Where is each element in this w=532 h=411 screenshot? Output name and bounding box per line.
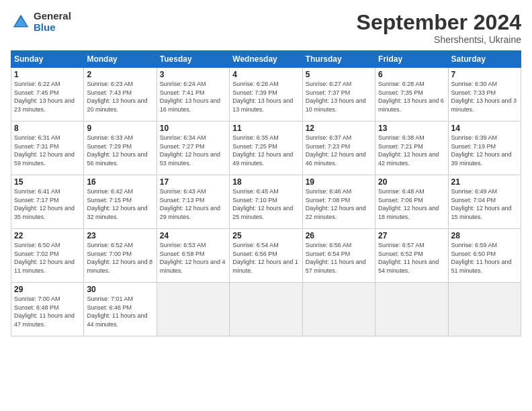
table-row: 29 Sunrise: 7:00 AMSunset: 6:48 PMDaylig… (11, 283, 84, 336)
table-row: 10 Sunrise: 6:34 AMSunset: 7:27 PMDaylig… (157, 122, 229, 175)
table-row: 21 Sunrise: 6:49 AMSunset: 7:04 PMDaylig… (448, 175, 521, 229)
table-row: 14 Sunrise: 6:39 AMSunset: 7:19 PMDaylig… (448, 122, 521, 175)
table-row (448, 283, 521, 336)
page: General Blue September 2024 Shershentsi,… (0, 0, 532, 411)
table-row: 26 Sunrise: 6:56 AMSunset: 6:54 PMDaylig… (302, 229, 375, 283)
calendar-week-row: 15 Sunrise: 6:41 AMSunset: 7:17 PMDaylig… (11, 175, 521, 229)
table-row: 8 Sunrise: 6:31 AMSunset: 7:31 PMDayligh… (11, 122, 84, 175)
header-friday: Friday (375, 51, 448, 68)
table-row: 23 Sunrise: 6:52 AMSunset: 7:00 PMDaylig… (84, 229, 157, 283)
table-row: 27 Sunrise: 6:57 AMSunset: 6:52 PMDaylig… (375, 229, 448, 283)
header-thursday: Thursday (302, 51, 375, 68)
table-row: 25 Sunrise: 6:54 AMSunset: 6:56 PMDaylig… (230, 229, 302, 283)
table-row: 9 Sunrise: 6:33 AMSunset: 7:29 PMDayligh… (84, 122, 157, 175)
logo-general-text: General (34, 11, 71, 22)
table-row: 6 Sunrise: 6:28 AMSunset: 7:35 PMDayligh… (375, 68, 448, 122)
table-row: 3 Sunrise: 6:24 AMSunset: 7:41 PMDayligh… (157, 68, 229, 122)
table-row: 2 Sunrise: 6:23 AMSunset: 7:43 PMDayligh… (84, 68, 157, 122)
table-row: 24 Sunrise: 6:53 AMSunset: 6:58 PMDaylig… (157, 229, 229, 283)
table-row: 19 Sunrise: 6:46 AMSunset: 7:08 PMDaylig… (302, 175, 375, 229)
logo-text: General Blue (34, 11, 71, 33)
logo: General Blue (11, 11, 71, 33)
table-row: 4 Sunrise: 6:26 AMSunset: 7:39 PMDayligh… (230, 68, 302, 122)
calendar-week-row: 1 Sunrise: 6:22 AMSunset: 7:45 PMDayligh… (11, 68, 521, 122)
header-wednesday: Wednesday (230, 51, 302, 68)
header-monday: Monday (84, 51, 157, 68)
header-saturday: Saturday (448, 51, 521, 68)
calendar-week-row: 8 Sunrise: 6:31 AMSunset: 7:31 PMDayligh… (11, 122, 521, 175)
table-row: 18 Sunrise: 6:45 AMSunset: 7:10 PMDaylig… (230, 175, 302, 229)
table-row: 11 Sunrise: 6:35 AMSunset: 7:25 PMDaylig… (230, 122, 302, 175)
table-row: 12 Sunrise: 6:37 AMSunset: 7:23 PMDaylig… (302, 122, 375, 175)
table-row (230, 283, 302, 336)
table-row: 13 Sunrise: 6:38 AMSunset: 7:21 PMDaylig… (375, 122, 448, 175)
table-row: 28 Sunrise: 6:59 AMSunset: 6:50 PMDaylig… (448, 229, 521, 283)
table-row (302, 283, 375, 336)
table-row (157, 283, 229, 336)
calendar-week-row: 29 Sunrise: 7:00 AMSunset: 6:48 PMDaylig… (11, 283, 521, 336)
table-row: 20 Sunrise: 6:48 AMSunset: 7:06 PMDaylig… (375, 175, 448, 229)
header-sunday: Sunday (11, 51, 84, 68)
table-row: 1 Sunrise: 6:22 AMSunset: 7:45 PMDayligh… (11, 68, 84, 122)
table-row: 22 Sunrise: 6:50 AMSunset: 7:02 PMDaylig… (11, 229, 84, 283)
logo-icon (11, 12, 31, 32)
table-row: 17 Sunrise: 6:43 AMSunset: 7:13 PMDaylig… (157, 175, 229, 229)
subtitle: Shershentsi, Ukraine (357, 34, 521, 45)
table-row: 15 Sunrise: 6:41 AMSunset: 7:17 PMDaylig… (11, 175, 84, 229)
table-row (375, 283, 448, 336)
logo-blue-text: Blue (34, 22, 71, 34)
table-row: 30 Sunrise: 7:01 AMSunset: 6:46 PMDaylig… (84, 283, 157, 336)
calendar-table: Sunday Monday Tuesday Wednesday Thursday… (11, 50, 521, 336)
weekday-header-row: Sunday Monday Tuesday Wednesday Thursday… (11, 51, 521, 68)
title-block: September 2024 Shershentsi, Ukraine (357, 11, 521, 45)
month-title: September 2024 (357, 11, 521, 34)
table-row: 5 Sunrise: 6:27 AMSunset: 7:37 PMDayligh… (302, 68, 375, 122)
table-row: 16 Sunrise: 6:42 AMSunset: 7:15 PMDaylig… (84, 175, 157, 229)
header-tuesday: Tuesday (157, 51, 229, 68)
calendar-week-row: 22 Sunrise: 6:50 AMSunset: 7:02 PMDaylig… (11, 229, 521, 283)
header: General Blue September 2024 Shershentsi,… (11, 11, 521, 45)
table-row: 7 Sunrise: 6:30 AMSunset: 7:33 PMDayligh… (448, 68, 521, 122)
